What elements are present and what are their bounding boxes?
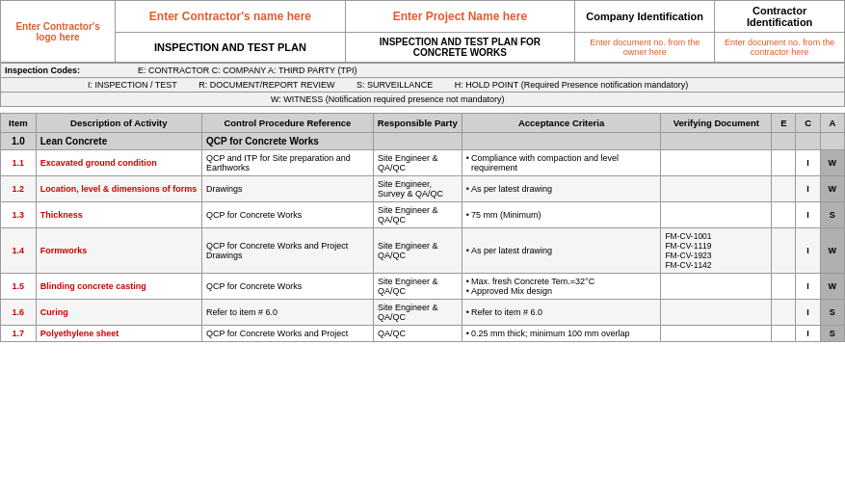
row-acceptance: •75 mm (Minimum) <box>462 202 661 228</box>
section-acceptance <box>462 133 661 150</box>
row-responsible: Site Engineer & QA/QC <box>373 150 462 176</box>
table-row: 1.0 Lean Concrete QCP for Concrete Works <box>1 133 845 150</box>
codes-line1: E: CONTRACTOR C: COMPANY A: THIRD PARTY … <box>138 66 356 75</box>
table-row: 1.1 Excavated ground condition QCP and I… <box>1 150 845 176</box>
row-e <box>772 228 796 274</box>
codes-table: Inspection Codes: E: CONTRACTOR C: COMPA… <box>0 63 845 107</box>
section-item: 1.0 <box>1 133 37 150</box>
header-a: A <box>820 114 844 133</box>
row-verifying: FM-CV-1001FM-CV-1119FM-CV-1923FM-CV-1142 <box>661 228 772 274</box>
itp-title-cell: INSPECTION AND TEST PLAN <box>116 33 345 63</box>
header-responsible: Responsible Party <box>373 114 462 133</box>
header-acceptance: Acceptance Criteria <box>462 114 661 133</box>
header-item: Item <box>1 114 37 133</box>
table-row: 1.7 Polyethylene sheet QCP for Concrete … <box>1 326 845 342</box>
header-description: Description of Activity <box>36 114 201 133</box>
header-table: Enter Contractor's logo here Enter Contr… <box>0 0 845 63</box>
codes-i: I: INSPECTION / TEST <box>88 80 177 90</box>
row-responsible: Site Engineer, Survey & QA/QC <box>373 176 462 202</box>
row-acceptance: •Max. fresh Concrete Tem.=32°C•Approved … <box>462 274 661 300</box>
acceptance-bullet: •As per latest drawing <box>466 184 657 194</box>
table-row: 1.2 Location, level & dimensions of form… <box>1 176 845 202</box>
row-control: QCP for Concrete Works and Project Drawi… <box>201 228 373 274</box>
row-item: 1.1 <box>1 150 37 176</box>
row-responsible: QA/QC <box>373 326 462 342</box>
row-acceptance: •Compliance with compaction and level re… <box>462 150 661 176</box>
acceptance-bullet: •As per latest drawing <box>466 246 657 255</box>
section-control: QCP for Concrete Works <box>201 133 373 150</box>
section-responsible <box>373 133 462 150</box>
section-c <box>796 133 820 150</box>
itp-title: INSPECTION AND TEST PLAN <box>154 41 306 53</box>
row-control: QCP for Concrete Works <box>201 274 373 300</box>
row-control: Refer to item # 6.0 <box>201 300 373 326</box>
contractor-doc: Enter document no. from the contractor h… <box>725 38 834 57</box>
row-verifying <box>661 202 772 228</box>
contractor-name: Enter Contractor's name here <box>149 10 311 23</box>
row-acceptance: •As per latest drawing <box>462 176 661 202</box>
row-a: W <box>820 176 844 202</box>
row-responsible: Site Engineer & QA/QC <box>373 300 462 326</box>
row-c: I <box>796 274 820 300</box>
row-c: I <box>796 150 820 176</box>
company-doc: Enter document no. from the owner here <box>590 38 700 57</box>
section-e <box>772 133 796 150</box>
row-verifying <box>661 176 772 202</box>
row-e <box>772 326 796 342</box>
header-e: E <box>772 114 796 133</box>
row-item: 1.3 <box>1 202 37 228</box>
row-control: QCP for Concrete Works <box>201 202 373 228</box>
codes-h: H: HOLD POINT (Required Presence notific… <box>455 80 688 90</box>
table-body: 1.0 Lean Concrete QCP for Concrete Works… <box>1 133 845 342</box>
itp-subtitle: INSPECTION AND TEST PLAN FOR CONCRETE WO… <box>380 37 541 58</box>
row-item: 1.6 <box>1 300 37 326</box>
row-a: W <box>820 150 844 176</box>
row-c: I <box>796 202 820 228</box>
contractor-doc-cell: Enter document no. from the contractor h… <box>715 33 845 63</box>
row-description: Excavated ground condition <box>36 150 201 176</box>
row-description: Curing <box>36 300 201 326</box>
section-description: Lean Concrete <box>36 133 201 150</box>
acceptance-bullet: •Approved Mix design <box>466 286 657 296</box>
table-row: 1.4 Formworks QCP for Concrete Works and… <box>1 228 845 274</box>
acceptance-bullet: •Max. fresh Concrete Tem.=32°C <box>466 277 657 286</box>
row-acceptance: •Refer to item # 6.0 <box>462 300 661 326</box>
main-inspection-table: Item Description of Activity Control Pro… <box>0 113 845 342</box>
project-name: Enter Project Name here <box>393 10 527 23</box>
header-c: C <box>796 114 820 133</box>
codes-row-2: I: INSPECTION / TEST R: DOCUMENT/REPORT … <box>1 78 845 93</box>
row-description: Thickness <box>36 202 201 228</box>
row-responsible: Site Engineer & QA/QC <box>373 202 462 228</box>
company-id-header: Company Identification <box>575 1 715 33</box>
row-e <box>772 274 796 300</box>
row-responsible: Site Engineer & QA/QC <box>373 274 462 300</box>
section-a <box>820 133 844 150</box>
row-item: 1.2 <box>1 176 37 202</box>
codes-line3: W: WITNESS (Notification required presen… <box>1 93 845 107</box>
row-c: I <box>796 176 820 202</box>
row-description: Polyethylene sheet <box>36 326 201 342</box>
acceptance-bullet: •Refer to item # 6.0 <box>466 307 657 317</box>
row-e <box>772 150 796 176</box>
row-item: 1.7 <box>1 326 37 342</box>
row-e <box>772 300 796 326</box>
row-e <box>772 202 796 228</box>
acceptance-bullet: •75 mm (Minimum) <box>466 210 657 220</box>
row-verifying <box>661 326 772 342</box>
codes-row-1: Inspection Codes: E: CONTRACTOR C: COMPA… <box>1 64 845 78</box>
codes-label: Inspection Codes: E: CONTRACTOR C: COMPA… <box>1 64 845 78</box>
acceptance-bullet: •0.25 mm thick; minimum 100 mm overlap <box>466 329 657 338</box>
logo-cell: Enter Contractor's logo here <box>1 1 116 63</box>
row-description: Blinding concrete casting <box>36 274 201 300</box>
company-id-label: Company Identification <box>586 11 703 22</box>
codes-line2: I: INSPECTION / TEST R: DOCUMENT/REPORT … <box>1 78 845 93</box>
row-item: 1.4 <box>1 228 37 274</box>
header-control: Control Procedure Reference <box>201 114 373 133</box>
row-a: S <box>820 326 844 342</box>
row-item: 1.5 <box>1 274 37 300</box>
codes-s: S: SURVEILLANCE <box>356 80 433 90</box>
table-header-row: Item Description of Activity Control Pro… <box>1 114 845 133</box>
contractor-id-label: Contractor Identification <box>747 5 812 28</box>
itp-subtitle-cell: INSPECTION AND TEST PLAN FOR CONCRETE WO… <box>345 33 574 63</box>
row-control: Drawings <box>201 176 373 202</box>
